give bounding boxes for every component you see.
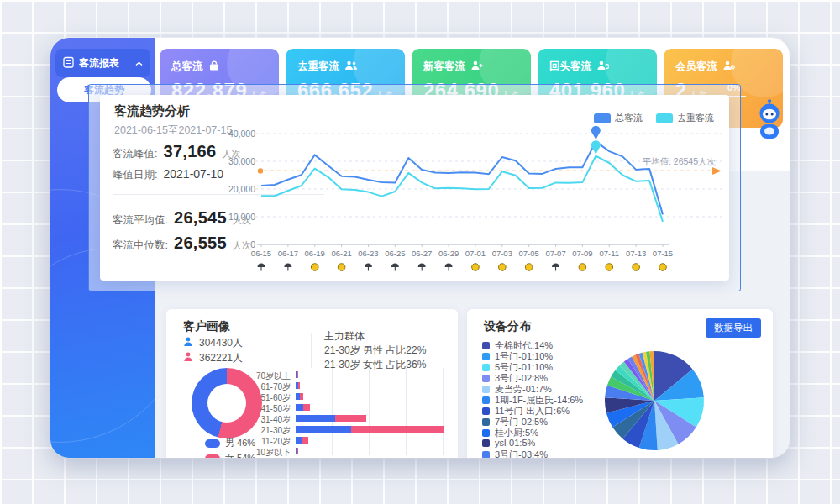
legend-swatch xyxy=(482,439,490,447)
sun-icon xyxy=(472,264,480,271)
bar-female-segment xyxy=(300,393,303,400)
svg-text:06-19: 06-19 xyxy=(305,249,325,258)
stat-label: 客流中位数: xyxy=(113,239,168,253)
legend-label: ysl-01:5% xyxy=(495,438,535,448)
svg-text:30,000: 30,000 xyxy=(228,156,255,166)
stacked-bar xyxy=(296,415,366,422)
sidebar-menu-label: 客流报表 xyxy=(79,56,119,71)
card-title-row: 会员客流 xyxy=(675,60,735,74)
report-icon xyxy=(63,56,74,71)
umbrella-icon xyxy=(284,264,291,271)
trend-line-chart: 010,00020,00030,00040,000平均值: 26545人次06-… xyxy=(215,108,732,276)
umbrella-icon xyxy=(552,264,559,271)
mascot-robot-button[interactable] xyxy=(754,99,785,146)
legend-swatch xyxy=(482,451,490,458)
bar-row: 10岁以下 xyxy=(166,446,452,457)
trend-modal-frame: 客流趋势分析 2021-06-15至2021-07-15 客流峰值:37,166… xyxy=(88,84,741,291)
stat-label: 客流平均值: xyxy=(113,213,168,228)
svg-text:07-05: 07-05 xyxy=(519,249,539,258)
stacked-bar xyxy=(296,404,310,411)
svg-text:40,000: 40,000 xyxy=(228,129,255,139)
stacked-bar xyxy=(296,437,308,444)
stat-label: 客流峰值: xyxy=(113,147,157,161)
female-count-row: 362221人 xyxy=(183,351,243,365)
panel-title: 客户画像 xyxy=(183,319,230,334)
stacked-bar xyxy=(296,382,300,389)
sun-icon xyxy=(499,264,507,271)
device-pie-chart xyxy=(600,346,709,455)
card-title-row: 总客流 xyxy=(171,60,220,74)
stat-value: 37,166 xyxy=(163,142,216,161)
device-distribution-panel: 设备分布 数据导出 全棉时代:14%1号门-01:10%5号门-01:10%3号… xyxy=(467,309,773,458)
export-data-button[interactable]: 数据导出 xyxy=(706,318,761,338)
umbrella-icon xyxy=(418,264,426,271)
main-group-line: 21-30岁 男性 占比22% xyxy=(324,344,426,358)
card-title: 总客流 xyxy=(171,60,203,74)
bar-female-segment xyxy=(298,382,300,389)
svg-text:06-21: 06-21 xyxy=(331,249,351,258)
legend-swatch xyxy=(482,353,490,360)
person-star-icon xyxy=(722,60,735,73)
svg-text:07-03: 07-03 xyxy=(492,249,512,258)
card-title-row: 去重客流 xyxy=(297,60,358,74)
sidebar-menu-passenger-report[interactable]: 客流报表 xyxy=(55,49,150,77)
card-title-row: 新客客流 xyxy=(423,60,483,74)
card-title: 新客客流 xyxy=(423,60,465,74)
bar-male-segment xyxy=(296,415,335,422)
umbrella-icon xyxy=(445,264,453,271)
card-title-row: 回头客流 xyxy=(549,60,609,74)
bar-female-segment xyxy=(351,426,444,433)
desktop-background: 客流报表 客流趋势 客客客客 总客流822,879人次去重客流666,652人次… xyxy=(0,0,840,504)
person-return-icon xyxy=(596,60,609,73)
main-group-title: 主力群体 xyxy=(324,329,426,344)
legend-swatch xyxy=(482,386,490,393)
male-count: 304430人 xyxy=(199,336,243,350)
sun-icon xyxy=(525,264,533,271)
legend-swatch xyxy=(482,396,490,404)
legend-swatch xyxy=(482,418,490,426)
bar-row: 61-70岁 xyxy=(166,381,452,391)
male-person-icon xyxy=(183,337,193,349)
legend-swatch xyxy=(482,407,490,415)
bar-female-segment xyxy=(297,371,297,378)
legend-item[interactable]: 3号门-03:4% xyxy=(482,449,548,458)
bar-male-segment xyxy=(296,404,303,411)
stacked-bar xyxy=(296,393,303,400)
legend-item[interactable]: ysl-01:5% xyxy=(482,438,535,448)
svg-text:06-29: 06-29 xyxy=(438,249,459,258)
sun-icon xyxy=(311,264,318,271)
legend-swatch xyxy=(482,342,490,349)
person-plus-icon xyxy=(470,60,483,73)
svg-text:06-15: 06-15 xyxy=(251,249,271,258)
svg-text:06-25: 06-25 xyxy=(385,249,405,258)
bar-female-segment xyxy=(335,415,366,422)
svg-text:20,000: 20,000 xyxy=(228,184,255,194)
svg-text:07-15: 07-15 xyxy=(653,249,673,258)
bar-female-segment xyxy=(297,448,298,454)
svg-text:07-11: 07-11 xyxy=(599,249,619,258)
bar-row: 51-60岁 xyxy=(166,391,452,402)
trend-modal: 客流趋势分析 2021-06-15至2021-07-15 客流峰值:37,166… xyxy=(100,95,729,281)
umbrella-icon xyxy=(258,264,265,271)
bar-male-segment xyxy=(296,426,351,433)
svg-text:07-09: 07-09 xyxy=(572,249,592,258)
legend-swatch xyxy=(482,429,490,437)
people-icon xyxy=(344,60,358,73)
bar-row: 21-30岁 xyxy=(166,424,452,435)
svg-text:0: 0 xyxy=(250,239,255,249)
stacked-bar xyxy=(296,426,444,433)
modal-title: 客流趋势分析 xyxy=(114,103,190,119)
customer-portrait-panel: 客户画像 304430人 362221人 主力群体 21-30岁 男性 占比22… xyxy=(166,309,458,458)
female-person-icon xyxy=(183,352,193,365)
bar-row: 70岁以上 xyxy=(166,370,452,381)
svg-text:06-23: 06-23 xyxy=(358,249,378,258)
svg-text:07-13: 07-13 xyxy=(626,249,646,258)
bar-row: 11-20岁 xyxy=(166,435,452,446)
bar-label: 10岁以下 xyxy=(166,447,291,458)
stat-label: 峰值日期: xyxy=(113,168,157,182)
bar-female-segment xyxy=(302,437,308,444)
main-group-block: 主力群体 21-30岁 男性 占比22% 21-30岁 女性 占比36% xyxy=(324,329,426,372)
sun-icon xyxy=(579,264,586,271)
svg-text:07-01: 07-01 xyxy=(465,249,486,258)
card-title: 会员客流 xyxy=(675,60,717,74)
